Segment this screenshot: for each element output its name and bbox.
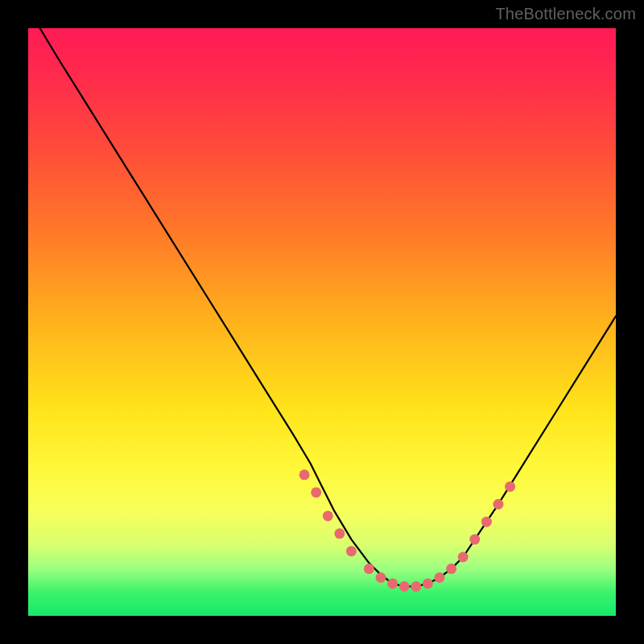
data-marker [299, 469, 310, 480]
data-marker [311, 487, 321, 497]
markers-group [299, 469, 515, 592]
data-marker [481, 517, 492, 527]
data-marker [399, 581, 410, 592]
data-marker [346, 546, 357, 556]
data-marker [376, 572, 386, 583]
data-marker [446, 564, 456, 574]
data-marker [493, 499, 504, 510]
chart-frame: TheBottleneck.com [0, 0, 644, 644]
plot-area [28, 28, 616, 616]
data-marker [411, 581, 421, 592]
data-marker [469, 535, 480, 545]
curve-path [40, 28, 616, 587]
data-marker [334, 528, 345, 539]
watermark-label: TheBottleneck.com [495, 5, 636, 23]
data-marker [364, 564, 374, 574]
data-marker [387, 578, 398, 588]
bottleneck-curve [40, 28, 616, 587]
data-marker [505, 481, 515, 492]
data-marker [323, 510, 333, 521]
data-marker [458, 552, 469, 563]
chart-svg [28, 28, 616, 616]
data-marker [423, 578, 433, 588]
data-marker [435, 572, 445, 583]
